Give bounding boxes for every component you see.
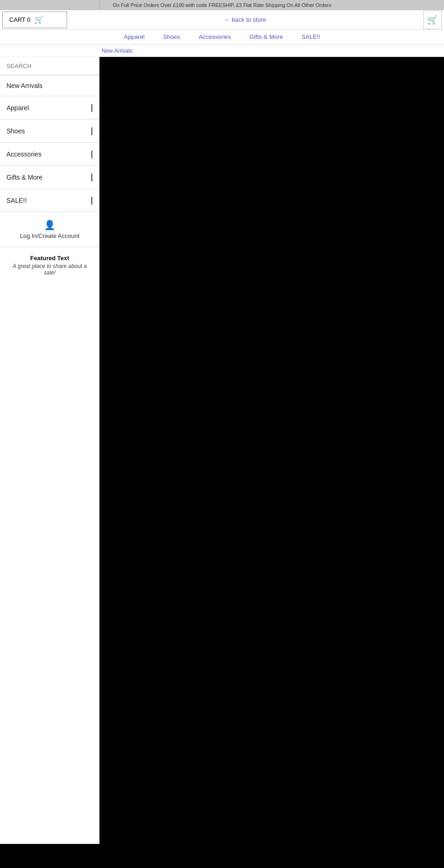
sidebar-featured: Featured Text A great place to share abo… (0, 247, 99, 283)
expand-icon: | (91, 172, 93, 182)
expand-icon: | (91, 103, 93, 112)
cart-button[interactable]: CART 0 🛒 (2, 12, 67, 28)
header-logo-area: ← back to store (67, 16, 423, 23)
sidebar-item-label: Accessories (6, 150, 41, 158)
sidebar-item-sale[interactable]: SALE!! | (0, 189, 99, 212)
account-label: Log In/Create Account (20, 232, 80, 239)
cart-label: CART 0 (9, 16, 31, 23)
sidebar-item-label: Gifts & More (6, 174, 43, 181)
sidebar-item-shoes[interactable]: Shoes | (0, 119, 99, 143)
main-layout: New Arrivals Apparel | Shoes | Accessori… (0, 57, 444, 844)
sidebar-account[interactable]: 👤 Log In/Create Account (0, 212, 99, 247)
nav-item-apparel[interactable]: Apparel (124, 33, 145, 40)
sidebar-item-apparel[interactable]: Apparel | (0, 96, 99, 119)
cart-icon: 🛒 (34, 15, 43, 24)
announcement-text: On Full Price Orders Over £100 with code… (113, 2, 331, 8)
sidebar: New Arrivals Apparel | Shoes | Accessori… (0, 57, 99, 844)
header: CART 0 🛒 ← back to store 🛒 (0, 10, 444, 30)
sidebar-item-label: Apparel (6, 104, 29, 112)
announcement-bar: On Full Price Orders Over £100 with code… (0, 0, 444, 10)
main-nav: Apparel Shoes Accessories Gifts & More S… (0, 30, 444, 44)
sub-nav-new-arrivals[interactable]: New Arrivals (102, 48, 133, 54)
nav-item-shoes[interactable]: Shoes (163, 33, 180, 40)
expand-icon: | (91, 149, 93, 159)
bar-divider (99, 0, 100, 10)
sidebar-item-accessories[interactable]: Accessories | (0, 143, 99, 166)
header-logo-link[interactable]: ← back to store (224, 16, 266, 23)
search-input[interactable] (0, 57, 99, 75)
sidebar-item-label: Shoes (6, 127, 25, 135)
sidebar-item-gifts[interactable]: Gifts & More | (0, 166, 99, 189)
expand-icon: | (91, 126, 93, 136)
main-content (99, 57, 444, 844)
sidebar-item-label: New Arrivals (6, 82, 43, 89)
cart-right-icon: 🛒 (427, 15, 438, 25)
sidebar-item-label: SALE!! (6, 197, 27, 204)
featured-subtitle: A great place to share about a sale! (6, 263, 93, 276)
account-icon: 👤 (44, 219, 56, 231)
featured-title: Featured Text (6, 255, 93, 262)
cart-button-right[interactable]: 🛒 (423, 11, 442, 29)
nav-item-gifts[interactable]: Gifts & More (250, 33, 283, 40)
sidebar-item-new-arrivals[interactable]: New Arrivals (0, 75, 99, 96)
nav-item-sale[interactable]: SALE!! (302, 33, 320, 40)
nav-item-accessories[interactable]: Accessories (198, 33, 231, 40)
sub-nav: New Arrivals (0, 44, 444, 57)
expand-icon: | (91, 195, 93, 205)
